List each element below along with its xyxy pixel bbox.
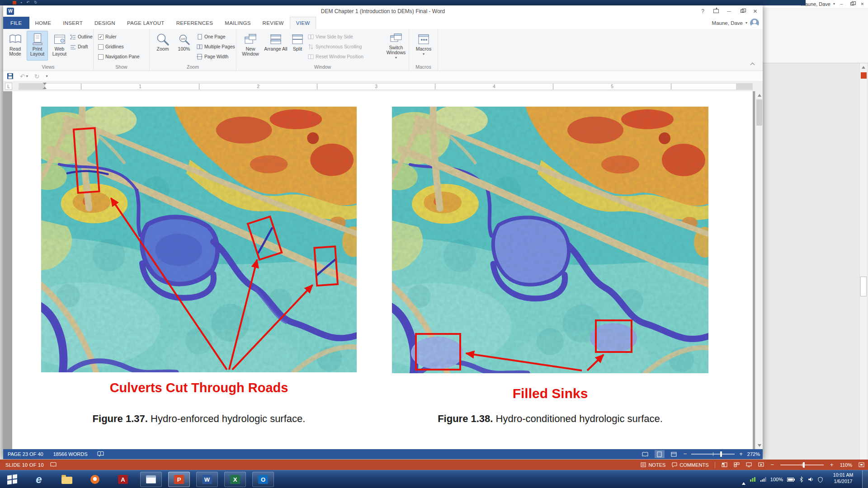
word-vertical-scrollbar[interactable] [755,91,763,449]
multiple-pages-button[interactable]: Multiple Pages [197,42,235,51]
print-layout-view-button[interactable] [655,450,665,458]
slide-indicator[interactable]: SLIDE 10 OF 10 [5,462,44,468]
taskbar-adobe-button[interactable]: A [112,472,134,487]
reset-window-position-button[interactable]: Reset Window Position [308,52,363,61]
ppt-scroll-thumb[interactable] [860,277,867,296]
restore-button[interactable] [736,5,749,17]
taskbar-explorer-button[interactable] [56,472,78,487]
word-count[interactable]: 18566 WORDS [53,451,88,457]
help-button[interactable]: ? [696,5,709,17]
save-button[interactable] [7,73,14,80]
ppt-minimize-button[interactable]: ─ [838,1,845,7]
ppt-zoom-percentage[interactable]: 110% [840,462,852,468]
network-icon[interactable] [760,477,766,482]
reading-view-button[interactable] [746,462,752,467]
qat-redo-mini-icon[interactable]: ↻ [34,0,38,5]
taskbar-ie-button[interactable]: e [28,472,50,487]
read-mode-button[interactable]: Read Mode [5,31,26,61]
synchronous-scrolling-button[interactable]: Synchronous Scrolling [308,42,362,51]
taskbar-media-button[interactable] [84,472,106,487]
slide-sorter-view-button[interactable] [734,462,740,467]
horizontal-ruler[interactable]: 1 2 3 4 5 [19,83,753,90]
arrange-all-button[interactable]: Arrange All [264,31,288,61]
comments-button[interactable]: COMMENTS [672,462,708,468]
close-button[interactable]: ✕ [749,5,762,17]
notes-button[interactable]: NOTES [641,462,665,468]
normal-view-button[interactable] [722,462,727,467]
first-line-indent-marker[interactable] [43,83,47,85]
ruler-checkbox[interactable]: ✓ Ruler [98,33,117,41]
account-menu[interactable]: Maune, Dave ▾ [712,17,759,29]
macros-button[interactable]: Macros ▾ [413,31,434,61]
ppt-zoom-slider[interactable] [780,465,824,465]
shield-icon[interactable] [818,477,823,483]
web-layout-button[interactable]: Web Layout [49,31,70,61]
volume-icon[interactable] [808,477,814,482]
proofing-icon[interactable] [97,451,104,457]
avatar[interactable] [750,19,759,28]
outline-button[interactable]: Outline [70,33,93,41]
taskbar-powerpoint-button[interactable]: P [168,472,190,487]
show-hidden-icons-button[interactable] [742,477,745,482]
taskbar-outlook-button[interactable]: O [252,472,274,487]
zoom-100-button[interactable]: 100 100% [174,31,194,61]
read-mode-view-button[interactable] [640,450,650,458]
tab-home[interactable]: HOME [29,17,57,29]
show-desktop-button[interactable] [862,470,868,488]
switch-windows-button[interactable]: Switch Windows ▾ [385,31,407,61]
tab-page-layout[interactable]: PAGE LAYOUT [121,17,170,29]
customize-qat-button[interactable]: ▾ [46,74,47,78]
ppt-vertical-scrollbar[interactable] [859,63,867,460]
ppt-restore-button[interactable] [848,1,856,7]
gridlines-checkbox[interactable]: Gridlines [98,42,124,51]
hanging-indent-marker[interactable] [43,87,47,89]
qat-save-mini-icon[interactable]: ▪ [21,0,22,5]
activity-monitor-icon[interactable] [750,477,756,482]
start-button[interactable] [3,472,22,487]
split-button[interactable]: Split [289,31,306,61]
tab-references[interactable]: REFERENCES [170,17,219,29]
battery-icon[interactable] [787,478,795,482]
ppt-zoom-out-button[interactable]: − [770,463,774,467]
taskbar-word-button[interactable]: W [196,472,218,487]
taskbar-clock[interactable]: 10:01 AM 1/6/2017 [826,472,861,487]
new-window-button[interactable]: New Window [238,31,263,61]
figure-hydro-conditioned-image[interactable] [392,107,708,373]
taskbar-generic-window-button[interactable] [140,472,162,487]
word-scroll-thumb[interactable] [756,99,762,126]
document-page[interactable]: Culverts Cut Through Roads Filled Sinks … [12,91,753,449]
page-width-button[interactable]: Page Width [197,52,228,61]
redo-button[interactable]: ↻ [34,73,40,80]
page-indicator[interactable]: PAGE 23 OF 40 [8,451,43,457]
ppt-proofing-icon[interactable] [50,462,57,468]
tab-review[interactable]: REVIEW [257,17,290,29]
ppt-zoom-in-button[interactable]: + [830,463,834,467]
scroll-up-icon[interactable] [860,64,867,70]
print-layout-button[interactable]: Print Layout [27,31,48,61]
zoom-percentage[interactable]: 272% [747,451,760,457]
tab-mailings[interactable]: MAILINGS [219,17,256,29]
draft-button[interactable]: Draft [70,42,88,51]
tab-design[interactable]: DESIGN [89,17,121,29]
zoom-slider[interactable] [691,454,735,455]
tab-view[interactable]: VIEW [290,17,316,29]
web-layout-view-button[interactable] [669,450,679,458]
zoom-out-button[interactable]: − [684,452,687,456]
bluetooth-icon[interactable] [799,476,804,483]
navigation-pane-checkbox[interactable]: Navigation Pane [98,52,140,61]
undo-button[interactable]: ↶▾ [20,73,28,80]
minimize-button[interactable]: ─ [722,5,736,17]
qat-undo-mini-icon[interactable]: ↶ [27,0,30,5]
tab-stop-selector[interactable]: L [5,83,12,90]
scroll-down-icon[interactable] [756,442,763,449]
zoom-button[interactable]: Zoom [152,31,173,61]
one-page-button[interactable]: One Page [197,33,225,41]
collapse-ribbon-button[interactable] [747,61,757,68]
ppt-close-button[interactable]: ✕ [859,1,866,7]
tab-insert[interactable]: INSERT [57,17,89,29]
tab-file[interactable]: FILE [3,17,29,29]
ribbon-options-button[interactable] [709,5,722,17]
view-side-by-side-button[interactable]: View Side by Side [308,33,353,41]
scroll-up-icon[interactable] [756,92,763,99]
figure-hydro-enforced-image[interactable] [41,107,357,372]
